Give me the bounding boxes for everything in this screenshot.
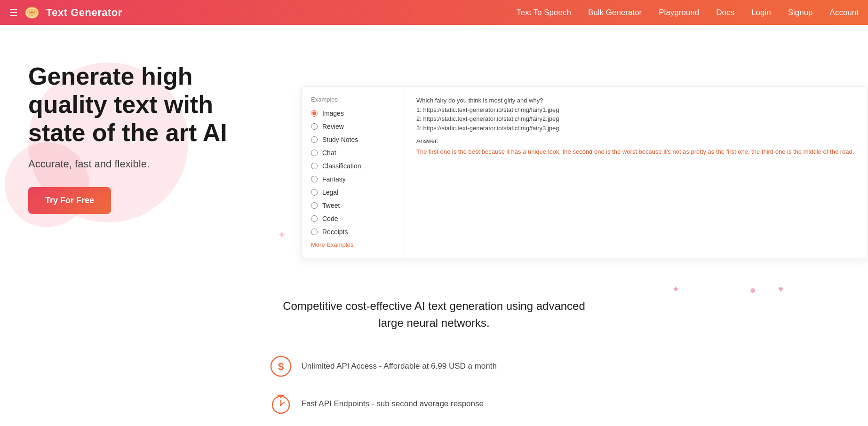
deco-cross-1: ✦ (278, 229, 286, 241)
example-question: Which fairy do you think is most girly a… (416, 96, 856, 133)
example-item-images[interactable]: Images (311, 110, 395, 117)
example-radio-review[interactable] (311, 123, 318, 130)
example-radio-chat[interactable] (311, 150, 318, 156)
example-radio-classification[interactable] (311, 163, 318, 169)
navbar: ☰ Text Generator Text To Speech Bulk Gen… (0, 0, 868, 25)
feature-item-fast-endpoints: Fast API Endpoints - sub second average … (270, 393, 599, 415)
brand-name: Text Generator (46, 7, 122, 19)
example-item-study-notes[interactable]: Study Notes (311, 136, 395, 143)
examples-right-panel: Which fairy do you think is most girly a… (405, 87, 868, 258)
example-item-review[interactable]: Review (311, 123, 395, 130)
lower-section: ✦ ♥ Competitive cost-effective AI text g… (0, 269, 868, 426)
dollar-icon: $ (270, 355, 292, 378)
nav-left: ☰ Text Generator (9, 4, 122, 21)
hero-content: Generate high quality text with state of… (28, 63, 263, 214)
example-item-chat[interactable]: Chat (311, 149, 395, 157)
example-answer-label: Answer: (416, 137, 856, 144)
example-label-study-notes: Study Notes (322, 136, 358, 143)
brand-logo-icon (24, 4, 40, 21)
example-radio-tweet[interactable] (311, 202, 318, 209)
svg-point-8 (280, 404, 282, 406)
docs-link[interactable]: Docs (716, 8, 734, 17)
hamburger-icon[interactable]: ☰ (9, 7, 18, 18)
example-label-classification: Classification (322, 162, 361, 170)
try-for-free-button[interactable]: Try For Free (28, 187, 111, 214)
example-radio-fantasy[interactable] (311, 176, 318, 182)
example-label-receipts: Receipts (322, 228, 348, 236)
svg-text:$: $ (278, 361, 283, 372)
hero-title: Generate high quality text with state of… (28, 63, 263, 147)
more-examples-link[interactable]: More Examples (311, 241, 395, 248)
example-item-classification[interactable]: Classification (311, 162, 395, 170)
example-item-code[interactable]: Code (311, 215, 395, 222)
example-label-review: Review (322, 123, 344, 130)
example-label-images: Images (322, 110, 344, 117)
signup-link[interactable]: Signup (788, 8, 813, 17)
example-label-fantasy: Fantasy (322, 175, 346, 183)
example-item-fantasy[interactable]: Fantasy (311, 175, 395, 183)
example-label-tweet: Tweet (322, 202, 340, 209)
example-radio-study-notes[interactable] (311, 136, 318, 143)
example-label-chat: Chat (322, 149, 336, 157)
example-answer-text: The first one is the best because it has… (416, 147, 856, 157)
nav-links: Text To Speech Bulk Generator Playground… (517, 8, 859, 17)
example-item-tweet[interactable]: Tweet (311, 202, 395, 209)
account-link[interactable]: Account (830, 8, 859, 17)
timer-icon (270, 393, 292, 415)
hero-subtitle: Accurate, fast and flexible. (28, 158, 263, 170)
examples-card: Examples Images Review Study Notes Chat … (301, 86, 868, 258)
example-radio-code[interactable] (311, 215, 318, 222)
example-label-code: Code (322, 215, 338, 222)
example-radio-legal[interactable] (311, 189, 318, 196)
login-link[interactable]: Login (751, 8, 771, 17)
competitive-text: Competitive cost-effective AI text gener… (270, 298, 599, 331)
examples-left-panel: Examples Images Review Study Notes Chat … (302, 87, 405, 258)
feature-text-fast-endpoints: Fast API Endpoints - sub second average … (302, 399, 484, 409)
example-item-receipts[interactable]: Receipts (311, 228, 395, 236)
example-label-legal: Legal (322, 189, 338, 196)
text-to-speech-link[interactable]: Text To Speech (517, 8, 571, 17)
example-radio-images[interactable] (311, 110, 318, 117)
playground-link[interactable]: Playground (659, 8, 699, 17)
deco-cross-2: ✦ (672, 284, 680, 295)
examples-label: Examples (311, 96, 395, 103)
deco-dot-1 (750, 288, 755, 293)
example-radio-receipts[interactable] (311, 229, 318, 235)
deco-heart: ♥ (778, 284, 783, 294)
feature-text-api-access: Unlimited API Access - Affordable at 6.9… (302, 362, 497, 371)
features-list: $ Unlimited API Access - Affordable at 6… (270, 355, 599, 415)
bulk-generator-link[interactable]: Bulk Generator (588, 8, 642, 17)
feature-item-api-access: $ Unlimited API Access - Affordable at 6… (270, 355, 599, 378)
hero-section: Generate high quality text with state of… (0, 25, 868, 269)
example-item-legal[interactable]: Legal (311, 189, 395, 196)
